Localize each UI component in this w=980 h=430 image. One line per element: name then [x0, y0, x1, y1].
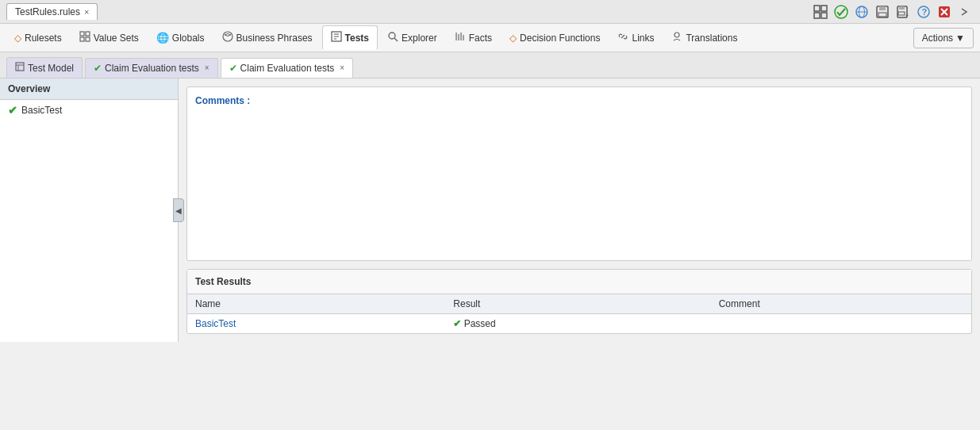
- globe-toolbar-icon[interactable]: [853, 3, 870, 21]
- svg-rect-21: [86, 32, 90, 36]
- nav-tests-label: Tests: [345, 33, 369, 44]
- tab-claimevaluation1[interactable]: ✔ Claim Evaluation tests ×: [85, 58, 218, 78]
- translations-icon: [671, 31, 682, 44]
- title-bar: TestRules.rules ×: [0, 0, 980, 24]
- nav-globals[interactable]: 🌐 Globals: [148, 27, 213, 48]
- file-tab[interactable]: TestRules.rules ×: [6, 3, 98, 20]
- tab-claimevaluation2-close[interactable]: ×: [340, 63, 344, 72]
- close-toolbar-icon[interactable]: [936, 3, 953, 21]
- svg-rect-37: [16, 63, 24, 71]
- decisionfunctions-icon: ◇: [509, 33, 517, 44]
- svg-rect-3: [821, 13, 827, 18]
- svg-rect-12: [899, 6, 905, 10]
- table-row: BasicTest✔ Passed: [187, 314, 971, 334]
- sidebar-collapse-button[interactable]: ◀: [173, 198, 184, 222]
- testmodel-icon: [15, 62, 25, 74]
- nav-facts-label: Facts: [469, 33, 492, 44]
- col-result: Result: [445, 294, 710, 314]
- results-table-header-row: Name Result Comment: [187, 294, 971, 314]
- links-icon: [617, 31, 628, 44]
- facts-icon: [455, 31, 466, 44]
- nav-facts[interactable]: Facts: [447, 26, 500, 49]
- test-results-header: Test Results: [187, 270, 971, 294]
- svg-rect-1: [821, 6, 827, 11]
- file-tab-label: TestRules.rules: [15, 6, 80, 17]
- nav-businessphrases-label: Business Phrases: [236, 33, 313, 44]
- comments-section: Comments :: [186, 86, 972, 261]
- tab-check-icon2: ✔: [229, 63, 237, 74]
- nav-rulesets-label: Rulesets: [25, 33, 62, 44]
- nav-toolbar: ◇ Rulesets Value Sets 🌐 Globals Business…: [0, 24, 980, 52]
- save-toolbar-icon[interactable]: [874, 3, 891, 21]
- nav-valuesets[interactable]: Value Sets: [71, 26, 147, 49]
- save-as-toolbar-icon[interactable]: +: [894, 3, 912, 21]
- tests-icon: [331, 31, 342, 44]
- businessphrases-icon: [222, 31, 233, 44]
- results-table: Name Result Comment BasicTest✔ Passed: [187, 294, 971, 333]
- svg-rect-20: [80, 32, 84, 36]
- nav-decisionfunctions-label: Decision Functions: [520, 33, 600, 44]
- grid-icon[interactable]: [812, 3, 829, 21]
- nav-rulesets[interactable]: ◇ Rulesets: [6, 28, 70, 48]
- result-name[interactable]: BasicTest: [187, 314, 445, 334]
- content-area: Overview ✔ BasicTest ◀ Comments : Test R…: [0, 79, 980, 342]
- svg-rect-23: [86, 37, 90, 41]
- rulesets-icon: ◇: [14, 33, 21, 44]
- valuesets-icon: [79, 31, 90, 44]
- actions-label: Actions: [922, 33, 953, 44]
- nav-businessphrases[interactable]: Business Phrases: [214, 26, 321, 49]
- tab-claimevaluation2-label: Claim Evaluation tests: [240, 63, 335, 74]
- nav-translations[interactable]: Translations: [663, 26, 745, 49]
- svg-line-35: [621, 35, 625, 38]
- nav-links-label: Links: [632, 33, 654, 44]
- tab-claimevaluation1-close[interactable]: ×: [205, 63, 209, 72]
- sidebar-basictest-label: BasicTest: [21, 105, 62, 116]
- svg-rect-22: [80, 37, 84, 41]
- actions-button[interactable]: Actions ▼: [913, 28, 974, 48]
- svg-point-29: [389, 33, 395, 39]
- title-bar-left: TestRules.rules ×: [6, 3, 98, 20]
- nav-links[interactable]: Links: [609, 26, 662, 49]
- tab-testmodel-label: Test Model: [28, 63, 74, 74]
- svg-text:?: ?: [922, 7, 928, 17]
- nav-globals-label: Globals: [172, 33, 205, 44]
- sidebar-header-label: Overview: [8, 83, 50, 94]
- comments-label: Comments :: [195, 95, 963, 106]
- sidebar: Overview ✔ BasicTest ◀: [0, 79, 179, 342]
- nav-explorer[interactable]: Explorer: [379, 26, 445, 49]
- col-name: Name: [187, 294, 445, 314]
- tab-check-icon1: ✔: [94, 63, 102, 74]
- tab-claimevaluation1-label: Claim Evaluation tests: [105, 63, 199, 74]
- sidebar-item-basictest[interactable]: ✔ BasicTest: [0, 100, 178, 121]
- result-status: ✔ Passed: [445, 314, 710, 334]
- svg-point-4: [835, 6, 847, 18]
- more-toolbar-icon[interactable]: [956, 3, 974, 21]
- svg-line-30: [394, 38, 398, 41]
- nav-translations-label: Translations: [686, 33, 737, 44]
- test-results-section: Test Results Name Result Comment BasicTe…: [186, 269, 972, 334]
- sidebar-header: Overview: [0, 79, 178, 100]
- svg-text:+: +: [905, 13, 909, 18]
- result-comment: [711, 314, 971, 334]
- nav-decisionfunctions[interactable]: ◇ Decision Functions: [502, 28, 608, 48]
- nav-tests[interactable]: Tests: [322, 25, 378, 50]
- nav-valuesets-label: Value Sets: [94, 33, 139, 44]
- check-toolbar-icon[interactable]: [832, 3, 850, 21]
- actions-chevron-icon: ▼: [955, 33, 965, 44]
- right-panel: Comments : Test Results Name Result Comm…: [179, 79, 980, 342]
- svg-rect-0: [814, 6, 820, 11]
- help-toolbar-icon[interactable]: ?: [915, 3, 932, 21]
- svg-rect-13: [898, 12, 905, 15]
- title-bar-icons: + ?: [812, 3, 974, 21]
- file-tab-close[interactable]: ×: [84, 7, 89, 17]
- svg-rect-9: [879, 6, 886, 10]
- tab-claimevaluation2[interactable]: ✔ Claim Evaluation tests ×: [221, 58, 354, 78]
- tab-testmodel[interactable]: Test Model: [6, 57, 83, 78]
- globals-icon: 🌐: [156, 32, 169, 44]
- svg-rect-2: [814, 13, 820, 18]
- inner-tabs-bar: Test Model ✔ Claim Evaluation tests × ✔ …: [0, 52, 980, 79]
- basictest-check-icon: ✔: [8, 104, 17, 117]
- svg-point-36: [674, 33, 679, 37]
- svg-rect-10: [878, 13, 886, 17]
- col-comment: Comment: [711, 294, 971, 314]
